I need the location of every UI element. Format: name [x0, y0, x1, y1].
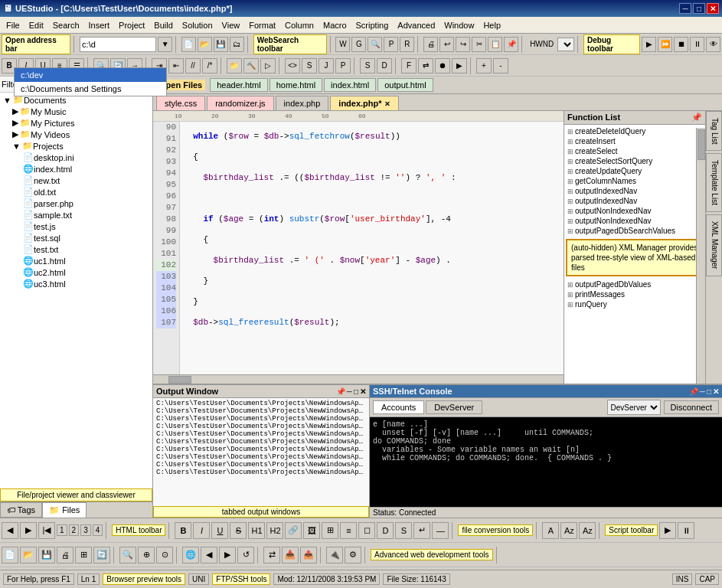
html-underline-btn[interactable]: U — [211, 522, 228, 539]
dropdown-item-1[interactable]: c:\dev — [15, 68, 166, 82]
function-list-pin[interactable]: 📌 — [691, 113, 702, 122]
menu-build[interactable]: Build — [149, 19, 177, 31]
comment-btn[interactable]: // — [185, 58, 201, 74]
fl-outputPagedDbSearchValues[interactable]: ⊞outputPagedDbSearchValues — [566, 226, 704, 236]
ftp-btn[interactable]: F — [401, 58, 417, 74]
debug-step-btn[interactable]: ⏩ — [658, 37, 672, 52]
tree-item-desktopini[interactable]: 📄 desktop.ini — [2, 152, 151, 163]
fl-vscrollbar[interactable] — [696, 128, 705, 384]
xml-manager-tab[interactable]: XML Manager — [706, 214, 722, 276]
fc-btn-3[interactable]: Az — [579, 522, 596, 539]
outdent-btn[interactable]: ⇤ — [168, 58, 184, 74]
html-h2-btn[interactable]: H2 — [266, 522, 283, 539]
debug-watch-btn[interactable]: 👁 — [706, 37, 720, 52]
hwnd-select[interactable] — [557, 38, 574, 51]
html-h1-btn[interactable]: H1 — [248, 522, 265, 539]
page-2-btn[interactable]: 2 — [69, 524, 80, 536]
zoom-in-btn[interactable]: + — [476, 58, 492, 74]
fl-createDeleteIdQuery[interactable]: ⊞createDeleteIdQuery — [566, 126, 704, 136]
redo-btn[interactable]: ↪ — [456, 37, 470, 52]
html-italic-btn[interactable]: I — [193, 522, 210, 539]
ssh-server-select[interactable]: DevServer — [607, 400, 661, 415]
fl-createSelectSortQuery[interactable]: ⊞createSelectSortQuery — [566, 156, 704, 166]
html-hr-btn[interactable]: — — [432, 522, 449, 539]
tab-header-html[interactable]: header.html — [210, 78, 267, 92]
bt2-btn-13[interactable]: ↺ — [237, 547, 254, 564]
bt2-btn-15[interactable]: 📥 — [282, 547, 299, 564]
bt2-btn-11[interactable]: ◀ — [201, 547, 217, 564]
paste-btn[interactable]: 📌 — [504, 37, 518, 52]
page-3-btn[interactable]: 3 — [80, 524, 91, 536]
dropdown-item-2[interactable]: c:\Documents and Settings — [15, 82, 166, 96]
tree-item-testsql[interactable]: 📄 test.sql — [2, 232, 151, 243]
build-btn[interactable]: 🔨 — [243, 58, 259, 74]
minimize-button[interactable]: ─ — [679, 3, 691, 14]
bt2-btn-10[interactable]: 🌐 — [182, 547, 199, 564]
sidebar-tab-tags[interactable]: 🏷 Tags — [0, 502, 42, 518]
maximize-button[interactable]: □ — [693, 3, 705, 14]
fl-outputPagedDbValues[interactable]: ⊞outputPagedDbValues — [566, 279, 704, 289]
db-btn[interactable]: D — [377, 58, 392, 74]
bt2-btn-5[interactable]: ⊞ — [75, 547, 92, 564]
tree-item-indexhtml[interactable]: 🌐 index.html — [2, 163, 151, 175]
print-btn[interactable]: 🖨 — [423, 37, 438, 52]
close-button[interactable]: ✕ — [707, 3, 719, 14]
page-4-btn[interactable]: 4 — [93, 524, 103, 536]
sync-btn[interactable]: ⇄ — [418, 58, 433, 74]
bt2-btn-18[interactable]: ⚙ — [345, 547, 361, 564]
tab-output-html[interactable]: output.html — [377, 78, 433, 92]
bt2-btn-14[interactable]: ⇄ — [263, 547, 280, 564]
menu-solution[interactable]: Solution — [178, 19, 217, 31]
menu-view[interactable]: View — [217, 19, 245, 31]
ssh-pin-icon[interactable]: 📌 — [689, 387, 698, 396]
tree-item-videos[interactable]: ▶ 📁 My Videos — [2, 129, 151, 140]
tree-item-testtxt[interactable]: 📄 test.txt — [2, 243, 151, 255]
debug-stop-btn[interactable]: ⏹ — [674, 37, 688, 52]
css-btn[interactable]: S — [302, 58, 317, 74]
bt2-btn-17[interactable]: 🔌 — [326, 547, 343, 564]
fl-createSelect[interactable]: ⊞createSelect — [566, 146, 704, 156]
output-min-icon[interactable]: ─ — [347, 387, 352, 396]
tag-list-tab[interactable]: Tag List — [706, 111, 722, 151]
fc-btn-1[interactable]: A — [542, 522, 559, 539]
tree-item-oldtxt[interactable]: 📄 old.txt — [2, 186, 151, 198]
new-btn[interactable]: 📄 — [181, 37, 196, 52]
address-bar-input[interactable] — [80, 37, 156, 52]
tree-item-projects[interactable]: ▼ 📁 Projects — [2, 140, 151, 152]
bt2-btn-8[interactable]: ⊕ — [138, 547, 155, 564]
websearch-btn-5[interactable]: R — [400, 37, 414, 52]
debug-break-btn[interactable]: ⏸ — [690, 37, 704, 52]
macro-play-btn[interactable]: ▶ — [452, 58, 467, 74]
ssh-tab-accounts[interactable]: Accounts — [373, 400, 424, 414]
sql-btn[interactable]: S — [360, 58, 375, 74]
project-btn[interactable]: 📁 — [227, 58, 242, 74]
fl-getColumnNames[interactable]: ⊞getColumnNames — [566, 176, 704, 186]
html-link-btn[interactable]: 🔗 — [285, 522, 302, 539]
cut-btn[interactable]: ✂ — [472, 37, 486, 52]
tree-item-newtxt[interactable]: 📄 new.txt — [2, 175, 151, 186]
save-btn[interactable]: 💾 — [214, 37, 228, 52]
html-div-btn[interactable]: D — [377, 522, 394, 539]
output-max-icon[interactable]: □ — [354, 387, 358, 396]
fl-outputIndexedNav2[interactable]: ⊞outputIndexedNav — [566, 196, 704, 206]
bt2-btn-4[interactable]: 🖨 — [57, 547, 74, 564]
html-form-btn[interactable]: ◻ — [358, 522, 375, 539]
tree-item-uc1html[interactable]: 🌐 uc1.html — [2, 255, 151, 266]
open-btn[interactable]: 📂 — [198, 37, 212, 52]
code-editor[interactable]: 90 91 92 93 94 95 96 97 98 99 100 101 — [153, 122, 564, 374]
disconnect-button[interactable]: Disconnect — [664, 400, 719, 414]
bt2-btn-6[interactable]: 🔄 — [93, 547, 110, 564]
address-dropdown-btn[interactable]: ▼ — [158, 37, 172, 52]
sidebar-tab-files[interactable]: 📁 Files — [42, 502, 87, 518]
fl-createUpdateQuery[interactable]: ⊞createUpdateQuery — [566, 166, 704, 176]
php-btn[interactable]: P — [335, 58, 351, 74]
tab-index-php-current[interactable]: index.php* ✕ — [330, 96, 398, 110]
copy-btn[interactable]: 📋 — [488, 37, 502, 52]
menu-file[interactable]: File — [2, 19, 25, 31]
script-btn-2[interactable]: ⏸ — [678, 522, 694, 539]
debug-run-btn[interactable]: ▶ — [642, 37, 656, 52]
page-prev-btn[interactable]: ◀ — [2, 522, 18, 539]
tab-index-html[interactable]: index.html — [324, 78, 376, 92]
macro-record-btn[interactable]: ⏺ — [435, 58, 450, 74]
page-1-btn[interactable]: 1 — [57, 524, 67, 536]
